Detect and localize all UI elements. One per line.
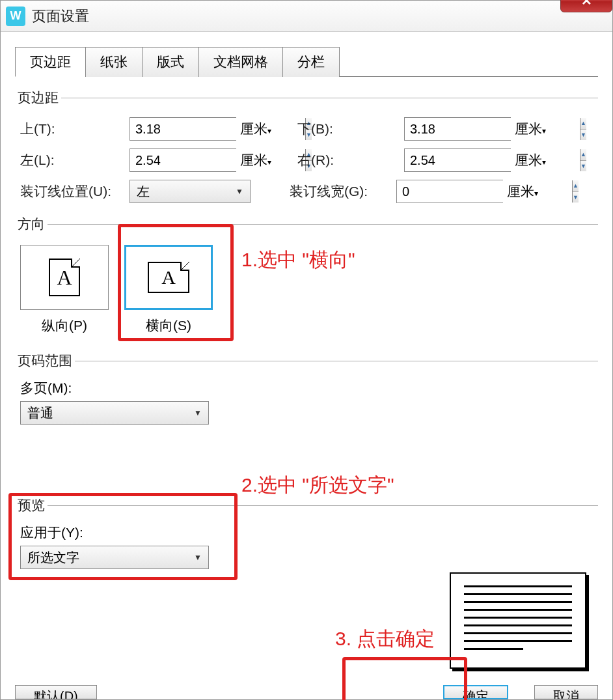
app-icon: W: [6, 7, 25, 26]
left-spinner[interactable]: ▲▼: [129, 148, 236, 172]
orientation-legend: 方向: [15, 215, 48, 233]
close-icon: ✕: [581, 0, 592, 8]
annotation-3: 3. 点击确定: [335, 626, 435, 652]
tab-bar: 页边距 纸张 版式 文档网格 分栏: [15, 46, 598, 77]
gutter-width-unit[interactable]: 厘米▾: [507, 182, 552, 201]
annotation-2: 2.选中 "所选文字": [241, 472, 394, 499]
top-spinner[interactable]: ▲▼: [129, 117, 236, 141]
margins-legend: 页边距: [15, 89, 61, 107]
preview-thumbnail: [450, 572, 586, 669]
top-unit[interactable]: 厘米▾: [240, 120, 286, 138]
left-label: 左(L):: [20, 151, 129, 169]
landscape-label: 横向(S): [124, 316, 213, 335]
chevron-down-icon: ▼: [194, 553, 202, 562]
chevron-down-icon: ▼: [194, 408, 202, 417]
tab-columns[interactable]: 分栏: [282, 47, 340, 77]
button-row: 默认(D) 确定 取消: [15, 673, 598, 699]
default-button[interactable]: 默认(D): [15, 685, 97, 699]
gutter-pos-select[interactable]: 左 ▼: [129, 180, 251, 203]
preview-legend: 预览: [15, 496, 48, 514]
right-spinner[interactable]: ▲▼: [404, 148, 511, 172]
spin-down-icon[interactable]: ▼: [580, 130, 586, 141]
landscape-icon: A: [148, 262, 189, 293]
spin-up-icon[interactable]: ▲: [580, 118, 586, 130]
tab-layout[interactable]: 版式: [142, 47, 199, 77]
apply-label: 应用于(Y):: [20, 524, 598, 542]
tab-grid[interactable]: 文档网格: [198, 47, 283, 77]
portrait-label: 纵向(P): [20, 316, 109, 335]
multi-select[interactable]: 普通 ▼: [20, 401, 209, 425]
pages-legend: 页码范围: [15, 352, 75, 370]
spin-up-icon[interactable]: ▲: [580, 149, 586, 161]
spin-down-icon[interactable]: ▼: [580, 161, 586, 172]
top-label: 上(T):: [20, 120, 129, 138]
titlebar: W 页面设置 ✕: [1, 1, 612, 32]
right-label: 右(R):: [297, 151, 404, 169]
tab-paper[interactable]: 纸张: [85, 47, 143, 77]
preview-group: 预览 应用于(Y): 所选文字 ▼: [15, 496, 598, 569]
gutter-pos-label: 装订线位置(U):: [20, 182, 129, 201]
portrait-option[interactable]: A 纵向(P): [20, 245, 109, 335]
landscape-option[interactable]: A 横向(S): [124, 245, 213, 335]
close-button[interactable]: ✕: [560, 0, 612, 12]
window-title: 页面设置: [32, 7, 89, 26]
spin-up-icon[interactable]: ▲: [573, 180, 579, 192]
portrait-icon: A: [49, 259, 80, 296]
left-unit[interactable]: 厘米▾: [240, 151, 286, 169]
content-area: 页边距 纸张 版式 文档网格 分栏 页边距 上(T): ▲▼ 厘米▾ 下(B):: [1, 32, 612, 699]
spin-down-icon[interactable]: ▼: [573, 192, 579, 203]
margins-group: 页边距 上(T): ▲▼ 厘米▾ 下(B): ▲▼ 厘米▾: [15, 89, 598, 203]
apply-select[interactable]: 所选文字 ▼: [20, 546, 209, 569]
pages-group: 页码范围 多页(M): 普通 ▼: [15, 352, 598, 425]
ok-button[interactable]: 确定: [443, 685, 508, 699]
bottom-label: 下(B):: [297, 120, 404, 138]
page-setup-dialog: W 页面设置 ✕ 页边距 纸张 版式 文档网格 分栏 页边距 上(T): ▲▼: [0, 0, 613, 700]
bottom-spinner[interactable]: ▲▼: [404, 117, 511, 141]
gutter-width-spinner[interactable]: ▲▼: [396, 180, 503, 203]
tab-margins[interactable]: 页边距: [15, 47, 86, 77]
bottom-unit[interactable]: 厘米▾: [515, 120, 560, 138]
gutter-width-label: 装订线宽(G):: [290, 182, 396, 201]
right-unit[interactable]: 厘米▾: [515, 151, 560, 169]
multi-label: 多页(M):: [20, 379, 598, 397]
chevron-down-icon: ▼: [236, 187, 243, 196]
cancel-button[interactable]: 取消: [534, 685, 598, 699]
orientation-group: 方向 A 纵向(P) A 横向(S): [15, 215, 598, 335]
